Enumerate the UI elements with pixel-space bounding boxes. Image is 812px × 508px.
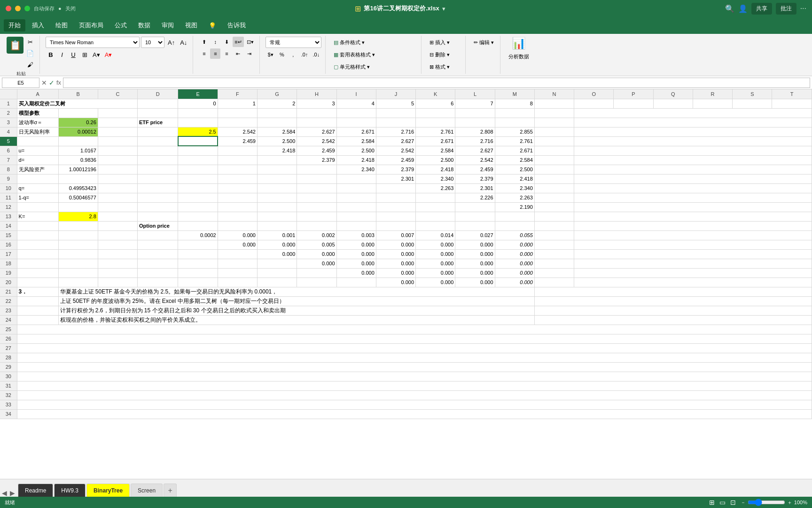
cell-H7[interactable]: 2.379 xyxy=(297,155,336,165)
conditional-format-btn[interactable]: ▤ 条件格式 ▾ xyxy=(331,37,417,48)
cell-E20[interactable] xyxy=(178,278,218,287)
cell-D17[interactable] xyxy=(138,249,178,259)
cell-F12[interactable] xyxy=(218,202,257,212)
cell-L7[interactable]: 2.542 xyxy=(455,155,495,165)
cell-G8[interactable] xyxy=(257,165,297,174)
cell-rest-4[interactable] xyxy=(574,127,812,136)
cell-E6[interactable] xyxy=(178,146,218,155)
underline-button[interactable]: U xyxy=(68,49,78,60)
cell-A9[interactable] xyxy=(17,174,58,183)
cell-D16[interactable] xyxy=(138,240,178,249)
cell-F1[interactable]: 1 xyxy=(218,99,257,108)
cell-A23[interactable] xyxy=(17,306,58,315)
menu-draw[interactable]: 绘图 xyxy=(51,19,72,32)
cell-H1[interactable]: 3 xyxy=(297,99,336,108)
cell-K8[interactable]: 2.418 xyxy=(416,165,455,174)
cell-N6[interactable] xyxy=(534,146,574,155)
cell-E14[interactable] xyxy=(178,221,218,230)
cell-M17[interactable]: 0.000 xyxy=(495,249,534,259)
cell-H8[interactable] xyxy=(297,165,336,174)
cell-F10[interactable] xyxy=(218,183,257,193)
insert-function-icon[interactable]: fx xyxy=(56,79,61,86)
cell-J3[interactable] xyxy=(376,118,415,127)
cell-I15[interactable]: 0.003 xyxy=(336,230,376,240)
close-window-btn[interactable] xyxy=(6,6,11,11)
cell-N10[interactable] xyxy=(534,183,574,193)
cell-G1[interactable]: 2 xyxy=(257,99,297,108)
cell-K19[interactable]: 0.000 xyxy=(416,268,455,278)
row-num-28[interactable]: 28 xyxy=(0,353,17,362)
cell-I9[interactable] xyxy=(336,174,376,183)
cell-D15[interactable] xyxy=(138,230,178,240)
cell-I8[interactable]: 2.340 xyxy=(336,165,376,174)
cell-B8[interactable]: 1.00012196 xyxy=(58,165,98,174)
cell-E8[interactable] xyxy=(178,165,218,174)
row-num-3[interactable]: 3 xyxy=(0,118,17,127)
cell-M16[interactable]: 0.000 xyxy=(495,240,534,249)
cell-C11[interactable] xyxy=(98,193,137,202)
cell-25[interactable] xyxy=(17,325,812,334)
cell-B11[interactable]: 0.50046577 xyxy=(58,193,98,202)
col-header-K[interactable]: K xyxy=(416,89,455,99)
cell-H5[interactable]: 2.542 xyxy=(297,136,336,146)
col-header-A[interactable]: A xyxy=(17,89,58,99)
cell-34[interactable] xyxy=(17,409,812,419)
cell-G6[interactable]: 2.418 xyxy=(257,146,297,155)
cell-I10[interactable] xyxy=(336,183,376,193)
row-num-29[interactable]: 29 xyxy=(0,362,17,372)
cell-D8[interactable] xyxy=(138,165,178,174)
format-painter-button[interactable]: 🖌 xyxy=(24,59,36,70)
delete-cells-btn[interactable]: ⊟ 删除 ▾ xyxy=(427,49,461,60)
cell-C16[interactable] xyxy=(98,240,137,249)
increase-font-btn[interactable]: A↑ xyxy=(166,37,177,48)
number-format-select[interactable]: 常规 xyxy=(265,37,321,48)
cell-A7[interactable]: d= xyxy=(17,155,58,165)
cell-C12[interactable] xyxy=(98,202,137,212)
menu-lightbulb[interactable]: 💡 xyxy=(204,20,221,31)
cell-K17[interactable]: 0.000 xyxy=(416,249,455,259)
share-button[interactable]: 共享 xyxy=(751,3,772,15)
cell-M7[interactable]: 2.584 xyxy=(495,155,534,165)
cell-O1[interactable] xyxy=(574,99,614,108)
cell-E9[interactable] xyxy=(178,174,218,183)
col-header-T[interactable]: T xyxy=(772,89,812,99)
maximize-window-btn[interactable] xyxy=(24,6,30,11)
row-num-5[interactable]: 5 xyxy=(0,136,17,146)
cell-C13[interactable] xyxy=(98,212,137,221)
cell-B15[interactable] xyxy=(58,230,98,240)
cell-C8[interactable] xyxy=(98,165,137,174)
cell-rest-8[interactable] xyxy=(574,165,812,174)
col-header-S[interactable]: S xyxy=(733,89,772,99)
cell-M12[interactable]: 2.190 xyxy=(495,202,534,212)
comment-button[interactable]: 批注 xyxy=(776,3,796,15)
cell-L15[interactable]: 0.027 xyxy=(455,230,495,240)
cell-E15[interactable]: 0.0002 xyxy=(178,230,218,240)
align-top-btn[interactable]: ⬆ xyxy=(199,37,209,47)
cell-A19[interactable] xyxy=(17,268,58,278)
cell-J11[interactable] xyxy=(376,193,415,202)
decrease-font-btn[interactable]: A↓ xyxy=(178,37,189,48)
confirm-formula-icon[interactable]: ✓ xyxy=(49,79,55,87)
cell-A2[interactable]: 模型参数 xyxy=(17,108,58,118)
cell-H19[interactable] xyxy=(297,268,336,278)
cell-E12[interactable] xyxy=(178,202,218,212)
paste-button[interactable]: 📋 xyxy=(7,37,23,54)
cell-rest-17[interactable] xyxy=(574,249,812,259)
cell-M6[interactable]: 2.671 xyxy=(495,146,534,155)
align-right-btn[interactable]: ≡ xyxy=(221,48,232,59)
cell-A16[interactable] xyxy=(17,240,58,249)
cut-button[interactable]: ✂ xyxy=(24,37,36,47)
cell-rest-6[interactable] xyxy=(574,146,812,155)
cell-A14[interactable] xyxy=(17,221,58,230)
cell-rest-16[interactable] xyxy=(574,240,812,249)
cell-C2[interactable] xyxy=(98,108,137,118)
cell-rest-7[interactable] xyxy=(574,155,812,165)
row-num-23[interactable]: 23 xyxy=(0,306,17,315)
cell-G10[interactable] xyxy=(257,183,297,193)
cell-I2[interactable] xyxy=(336,108,376,118)
cell-G15[interactable]: 0.001 xyxy=(257,230,297,240)
cell-27[interactable] xyxy=(17,343,812,353)
col-header-J[interactable]: J xyxy=(376,89,415,99)
col-header-G[interactable]: G xyxy=(257,89,297,99)
tab-readme[interactable]: Readme xyxy=(18,484,53,497)
